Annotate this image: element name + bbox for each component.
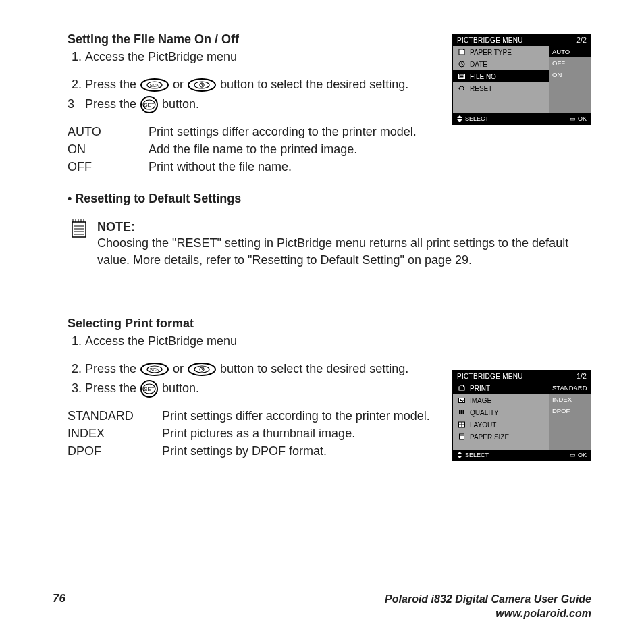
reset-icon xyxy=(457,84,466,92)
note-label: NOTE: xyxy=(97,219,590,235)
pictbridge-menu-lcd-file-no: PICTBRIDGE MENU 2/2 PAPER TYPEDATEFILE N… xyxy=(452,34,591,125)
lcd-menu-label: IMAGE xyxy=(470,397,491,404)
step-1: Access the PictBridge menu xyxy=(85,333,590,349)
date-icon xyxy=(457,60,466,68)
section-heading-reset: • Resetting to Default Settings xyxy=(68,190,590,207)
svg-line-3 xyxy=(462,64,463,65)
lcd-page: 1/2 xyxy=(576,373,587,380)
timer-button-icon xyxy=(187,78,217,92)
lcd-title: PICTBRIDGE MENU xyxy=(457,36,523,44)
definition-term: ON xyxy=(68,141,149,157)
svg-text:SET: SET xyxy=(144,386,155,392)
lcd-menu-label: QUALITY xyxy=(470,409,499,417)
lcd-menu-label: PRINT xyxy=(470,385,490,392)
lcd-title: PICTBRIDGE MENU xyxy=(457,373,523,380)
set-mini-icon: ▭ xyxy=(570,115,576,122)
svg-text:SET: SET xyxy=(144,102,155,108)
lcd-select-label: SELECT xyxy=(465,452,489,458)
lcd-menu-item: PAPER TYPE xyxy=(453,46,549,58)
image-icon xyxy=(457,396,466,404)
lcd-menu-item: FILE NO xyxy=(453,70,549,82)
page-footer: 76 Polaroid i832 Digital Camera User Gui… xyxy=(0,592,644,621)
note-block: NOTE: Choosing the "RESET" setting in Pi… xyxy=(68,219,590,268)
lcd-ok-label: OK xyxy=(578,452,587,458)
lcd-menu-item: DATE xyxy=(453,58,549,70)
lcd-page: 2/2 xyxy=(576,36,587,44)
lcd-menu-item: RESET xyxy=(453,82,549,95)
definition-term: INDEX xyxy=(68,425,162,441)
definition-desc: Print pictures as a thumbnail image. xyxy=(162,425,355,441)
lcd-menu-label: RESET xyxy=(470,85,492,92)
updown-arrows-icon xyxy=(457,115,462,122)
lcd-menu-label: PAPER TYPE xyxy=(470,49,512,56)
lcd-menu-item: PRINT xyxy=(453,382,549,394)
definition-term: STANDARD xyxy=(68,408,162,424)
definition-term: AUTO xyxy=(68,124,149,140)
lcd-option: INDEX xyxy=(549,394,591,405)
lcd-menu-item: IMAGE xyxy=(453,394,549,406)
lcd-menu-item: PAPER SIZE xyxy=(453,431,549,443)
paper-icon xyxy=(457,48,466,56)
svg-rect-17 xyxy=(460,434,464,439)
definition-desc: Print without the file name. xyxy=(149,159,292,175)
definition-desc: Print settings differ according to the p… xyxy=(162,408,430,424)
definition-row: OFFPrint without the file name. xyxy=(68,159,590,175)
svg-rect-8 xyxy=(460,385,464,387)
scn-button-icon: SCN xyxy=(140,78,169,92)
lcd-option: STANDARD xyxy=(549,382,591,394)
lcd-menu-label: FILE NO xyxy=(470,73,496,80)
lcd-menu-label: LAYOUT xyxy=(470,421,496,429)
note-body: Choosing the "RESET" setting in PictBrid… xyxy=(97,236,568,266)
svg-rect-12 xyxy=(461,410,463,414)
svg-rect-30 xyxy=(72,222,86,237)
guide-url: www.polaroid.com xyxy=(495,608,591,619)
lcd-menu-item: LAYOUT xyxy=(453,419,549,431)
set-button-icon: SET xyxy=(140,379,159,398)
definition-desc: Add the file name to the printed image. xyxy=(149,141,357,157)
updown-arrows-icon xyxy=(457,452,462,458)
lcd-select-label: SELECT xyxy=(465,115,489,122)
definition-desc: Print settings by DPOF format. xyxy=(162,443,327,459)
timer-button-icon xyxy=(187,362,217,377)
svg-text:SCN: SCN xyxy=(150,367,160,371)
svg-rect-11 xyxy=(459,410,461,414)
quality-icon xyxy=(457,408,466,417)
fileno-icon xyxy=(457,72,466,80)
definition-term: OFF xyxy=(68,159,149,175)
guide-title: Polaroid i832 Digital Camera User Guide xyxy=(385,593,591,605)
lcd-option: ON xyxy=(549,69,591,80)
notepad-icon xyxy=(70,219,88,239)
lcd-menu-label: PAPER SIZE xyxy=(470,433,509,441)
definition-desc: Print settings differ according to the p… xyxy=(149,124,417,140)
definition-term: DPOF xyxy=(68,443,162,459)
section-heading-print-format: Selecting Print format xyxy=(68,315,590,331)
lcd-menu-label: DATE xyxy=(470,61,487,68)
svg-rect-13 xyxy=(463,410,464,414)
svg-text:SCN: SCN xyxy=(150,82,160,87)
definition-row: ONAdd the file name to the printed image… xyxy=(68,141,590,157)
set-mini-icon: ▭ xyxy=(570,452,576,458)
print-icon xyxy=(457,384,466,392)
definition-row: AUTOPrint settings differ according to t… xyxy=(68,124,590,140)
page-number: 76 xyxy=(53,592,65,606)
definitions-file-name: AUTOPrint settings differ according to t… xyxy=(68,124,590,176)
lcd-option: DPOF xyxy=(549,405,591,417)
svg-marker-6 xyxy=(458,87,460,90)
layout-icon xyxy=(457,421,466,429)
lcd-option: OFF xyxy=(549,57,591,69)
set-button-icon: SET xyxy=(140,95,159,114)
papersize-icon xyxy=(457,433,466,441)
pictbridge-menu-lcd-print: PICTBRIDGE MENU 1/2 PRINTIMAGEQUALITYLAY… xyxy=(452,370,591,461)
lcd-option: AUTO xyxy=(549,46,591,57)
lcd-ok-label: OK xyxy=(578,115,587,122)
lcd-menu-item: QUALITY xyxy=(453,406,549,419)
scn-button-icon: SCN xyxy=(140,362,169,377)
